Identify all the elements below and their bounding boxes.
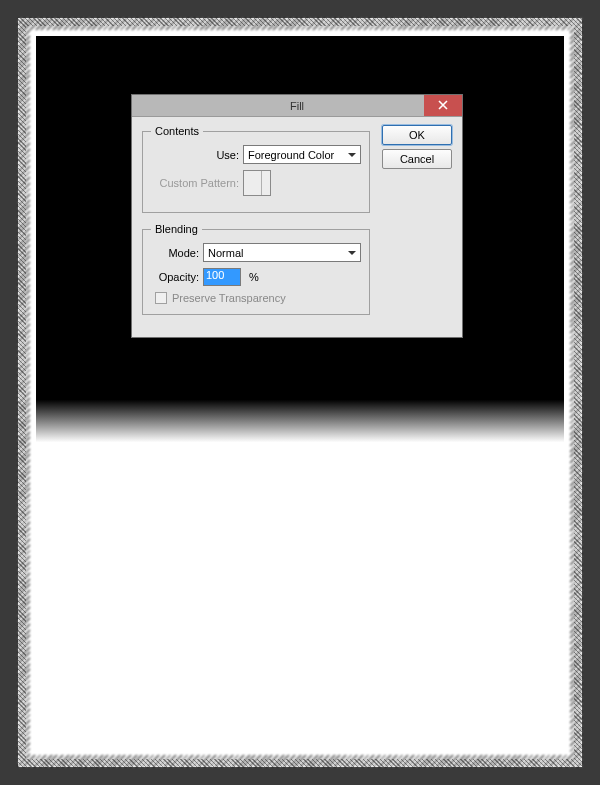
- pattern-dropdown-icon: [262, 171, 270, 195]
- cancel-label: Cancel: [400, 153, 434, 165]
- dialog-left-column: Contents Use: Foreground Color Custom Pa…: [142, 125, 370, 325]
- use-label: Use:: [151, 149, 239, 161]
- mode-value: Normal: [208, 247, 243, 259]
- chevron-down-icon: [345, 148, 358, 161]
- pattern-label: Custom Pattern:: [151, 177, 239, 189]
- dialog-right-column: OK Cancel: [382, 125, 452, 325]
- titlebar[interactable]: Fill: [132, 95, 462, 117]
- use-value: Foreground Color: [248, 149, 334, 161]
- preserve-label: Preserve Transparency: [172, 292, 286, 304]
- opacity-row: Opacity: 100 %: [151, 268, 361, 286]
- close-icon: [438, 100, 448, 112]
- opacity-label: Opacity:: [151, 271, 199, 283]
- cancel-button[interactable]: Cancel: [382, 149, 452, 169]
- pattern-swatch: [244, 171, 262, 195]
- chevron-down-icon: [345, 246, 358, 259]
- contents-group: Contents Use: Foreground Color Custom Pa…: [142, 125, 370, 213]
- dialog-body: Contents Use: Foreground Color Custom Pa…: [132, 117, 462, 337]
- pattern-picker: [243, 170, 271, 196]
- contents-legend: Contents: [151, 125, 203, 137]
- ok-button[interactable]: OK: [382, 125, 452, 145]
- close-button[interactable]: [424, 95, 462, 116]
- dialog-title: Fill: [290, 100, 304, 112]
- blending-group: Blending Mode: Normal Opacity: 100 % Pre…: [142, 223, 370, 315]
- opacity-unit: %: [249, 271, 259, 283]
- mode-select[interactable]: Normal: [203, 243, 361, 262]
- pattern-row: Custom Pattern:: [151, 170, 361, 196]
- mode-row: Mode: Normal: [151, 243, 361, 262]
- use-row: Use: Foreground Color: [151, 145, 361, 164]
- preserve-checkbox: [155, 292, 167, 304]
- fill-dialog: Fill Contents Use: Foreground Color Cust…: [131, 94, 463, 338]
- blending-legend: Blending: [151, 223, 202, 235]
- ok-label: OK: [409, 129, 425, 141]
- mode-label: Mode:: [151, 247, 199, 259]
- opacity-input[interactable]: 100: [203, 268, 241, 286]
- preserve-row: Preserve Transparency: [155, 292, 361, 304]
- use-select[interactable]: Foreground Color: [243, 145, 361, 164]
